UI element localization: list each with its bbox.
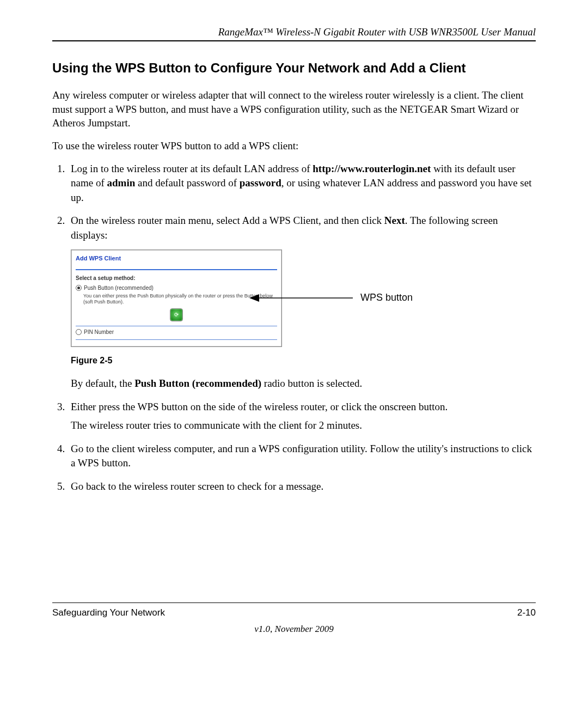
- footer-version: v1.0, November 2009: [52, 624, 536, 635]
- figure-caption: Figure 2-5: [71, 355, 536, 367]
- intro-paragraph: Any wireless computer or wireless adapte…: [52, 88, 536, 130]
- step-1-text-a: Log in to the wireless router at its def…: [71, 163, 313, 174]
- header-rule: [52, 40, 536, 41]
- step-1-url: http://www.routerlogin.net: [313, 163, 431, 174]
- steps-list: Log in to the wireless router at its def…: [52, 162, 536, 494]
- svg-marker-1: [249, 294, 259, 302]
- callout-label: WPS button: [360, 291, 413, 305]
- wps-icon: ⟳: [174, 311, 179, 319]
- section-heading: Using the WPS Button to Configure Your N…: [52, 60, 536, 76]
- wps-button-callout: WPS button: [249, 291, 413, 305]
- step-1-admin: admin: [107, 177, 135, 188]
- step-2: On the wireless router main menu, select…: [68, 214, 536, 391]
- radio-icon: [76, 329, 82, 335]
- dialog-separator: [76, 326, 277, 326]
- step-4: Go to the client wireless computer, and …: [68, 442, 536, 471]
- step-2-text-a: On the wireless router main menu, select…: [71, 215, 384, 226]
- wps-soft-button[interactable]: ⟳: [170, 308, 183, 321]
- step-2-after: By default, the Push Button (recommended…: [71, 376, 536, 391]
- step-3-text-a: Either press the WPS button on the side …: [71, 401, 448, 412]
- header-manual-title: RangeMax™ Wireless-N Gigabit Router with…: [52, 26, 536, 38]
- step-2-after-a: By default, the: [71, 378, 134, 389]
- footer-page-number: 2-10: [517, 607, 536, 618]
- footer: Safeguarding Your Network 2-10: [52, 607, 536, 618]
- radio-push-label: Push Button (recommended): [84, 284, 154, 292]
- step-2-after-bold: Push Button (recommended): [134, 378, 261, 389]
- step-1: Log in to the wireless router at its def…: [68, 162, 536, 205]
- step-5: Go back to the wireless router screen to…: [68, 479, 536, 494]
- step-2-next: Next: [384, 215, 405, 226]
- manual-page: RangeMax™ Wireless-N Gigabit Router with…: [0, 0, 588, 651]
- step-2-after-c: radio button is selected.: [261, 378, 362, 389]
- footer-left: Safeguarding Your Network: [52, 607, 165, 618]
- radio-pin-number[interactable]: PIN Number: [76, 328, 277, 336]
- push-button-hint: You can either press the Push Button phy…: [83, 293, 277, 305]
- dialog-separator: [76, 339, 277, 340]
- dialog-section-label: Select a setup method:: [76, 275, 277, 282]
- lead-in-paragraph: To use the wireless router WPS button to…: [52, 139, 536, 153]
- footer-rule: [52, 602, 536, 603]
- step-1-text-e: and default password of: [135, 177, 240, 188]
- callout-arrow-icon: [249, 293, 358, 303]
- dialog-title: Add WPS Client: [76, 253, 277, 270]
- figure-2-5: Add WPS Client Select a setup method: Pu…: [71, 249, 536, 367]
- radio-push-button[interactable]: Push Button (recommended): [76, 284, 277, 292]
- step-3-text-b: The wireless router tries to communicate…: [71, 418, 536, 433]
- radio-icon: [76, 285, 82, 291]
- step-3: Either press the WPS button on the side …: [68, 400, 536, 433]
- radio-pin-label: PIN Number: [84, 328, 114, 336]
- step-1-password: password: [240, 177, 281, 188]
